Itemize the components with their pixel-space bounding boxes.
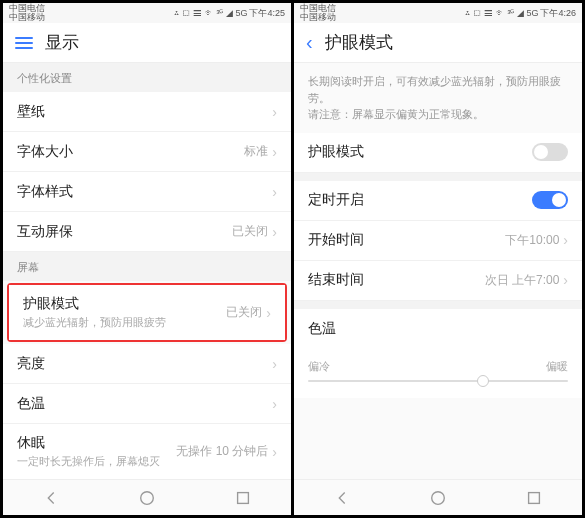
status-time: 下午4:26 — [540, 7, 576, 20]
title-bar: ‹ 护眼模式 — [294, 23, 582, 63]
chevron-right-icon: › — [563, 232, 568, 248]
section-header: 屏幕 — [3, 252, 291, 281]
status-bar: 中国电信 中国移动 ⁂ ⬚ ☰ ᯤ ³ᴳ ◢ 5G 下午4:25 — [3, 3, 291, 23]
row-schedule[interactable]: 定时开启 — [294, 181, 582, 221]
nav-home-icon[interactable] — [138, 489, 156, 507]
row-font-size[interactable]: 字体大小 标准› — [3, 132, 291, 172]
status-bar: 中国电信 中国移动 ⁂ ⬚ ☰ ᯤ ³ᴳ ◢ 5G 下午4:26 — [294, 3, 582, 23]
row-sleep[interactable]: 休眠 一定时长无操作后，屏幕熄灭 无操作 10 分钟后› — [3, 424, 291, 479]
status-icons: ⁂ ⬚ ☰ ᯤ ³ᴳ ◢ 5G — [465, 8, 538, 18]
right-screen: 中国电信 中国移动 ⁂ ⬚ ☰ ᯤ ³ᴳ ◢ 5G 下午4:26 ‹ 护眼模式 … — [294, 3, 582, 515]
chevron-right-icon: › — [272, 396, 277, 412]
description: 长期阅读时开启，可有效减少蓝光辐射，预防用眼疲劳。 请注意：屏幕显示偏黄为正常现… — [294, 63, 582, 133]
left-screen: 中国电信 中国移动 ⁂ ⬚ ☰ ᯤ ³ᴳ ◢ 5G 下午4:25 显示 个性化设… — [3, 3, 291, 515]
nav-recent-icon[interactable] — [525, 489, 543, 507]
row-eye-mode[interactable]: 护眼模式 — [294, 133, 582, 173]
eye-mode-toggle[interactable] — [532, 143, 568, 161]
svg-point-0 — [141, 491, 154, 504]
nav-recent-icon[interactable] — [234, 489, 252, 507]
row-wallpaper[interactable]: 壁纸 › — [3, 92, 291, 132]
chevron-right-icon: › — [272, 444, 277, 460]
page-title: 护眼模式 — [325, 31, 393, 54]
row-end-time[interactable]: 结束时间 次日 上午7:00› — [294, 261, 582, 301]
chevron-right-icon: › — [272, 224, 277, 240]
row-start-time[interactable]: 开始时间 下午10:00› — [294, 221, 582, 261]
chevron-right-icon: › — [272, 144, 277, 160]
row-font-style[interactable]: 字体样式 › — [3, 172, 291, 212]
nav-home-icon[interactable] — [429, 489, 447, 507]
nav-back-icon[interactable] — [42, 489, 60, 507]
chevron-right-icon: › — [272, 104, 277, 120]
schedule-toggle[interactable] — [532, 191, 568, 209]
nav-back-icon[interactable] — [333, 489, 351, 507]
section-header: 个性化设置 — [3, 63, 291, 92]
page-title: 显示 — [45, 31, 79, 54]
row-brightness[interactable]: 亮度 › — [3, 344, 291, 384]
row-screensaver[interactable]: 互动屏保 已关闭› — [3, 212, 291, 252]
row-color-temp-header: 色温 — [294, 309, 582, 349]
chevron-right-icon: › — [272, 184, 277, 200]
row-eye-comfort[interactable]: 护眼模式 减少蓝光辐射，预防用眼疲劳 已关闭› — [9, 285, 285, 340]
svg-point-2 — [432, 491, 445, 504]
slider-label-cool: 偏冷 — [308, 359, 330, 374]
highlight-box: 护眼模式 减少蓝光辐射，预防用眼疲劳 已关闭› — [7, 283, 287, 342]
nav-bar — [294, 479, 582, 515]
slider-label-warm: 偏暖 — [546, 359, 568, 374]
color-temp-slider-row: 偏冷 偏暖 — [294, 349, 582, 398]
chevron-right-icon: › — [272, 356, 277, 372]
carrier-2: 中国移动 — [9, 13, 45, 22]
color-temp-slider[interactable] — [308, 380, 568, 382]
svg-rect-1 — [238, 492, 249, 503]
row-color-temp[interactable]: 色温 › — [3, 384, 291, 424]
menu-icon[interactable] — [15, 34, 33, 52]
chevron-right-icon: › — [563, 272, 568, 288]
svg-rect-3 — [529, 492, 540, 503]
carrier-2: 中国移动 — [300, 13, 336, 22]
title-bar: 显示 — [3, 23, 291, 63]
back-icon[interactable]: ‹ — [306, 31, 313, 54]
slider-thumb[interactable] — [477, 375, 489, 387]
nav-bar — [3, 479, 291, 515]
status-icons: ⁂ ⬚ ☰ ᯤ ³ᴳ ◢ 5G — [174, 8, 247, 18]
status-time: 下午4:25 — [249, 7, 285, 20]
chevron-right-icon: › — [266, 305, 271, 321]
